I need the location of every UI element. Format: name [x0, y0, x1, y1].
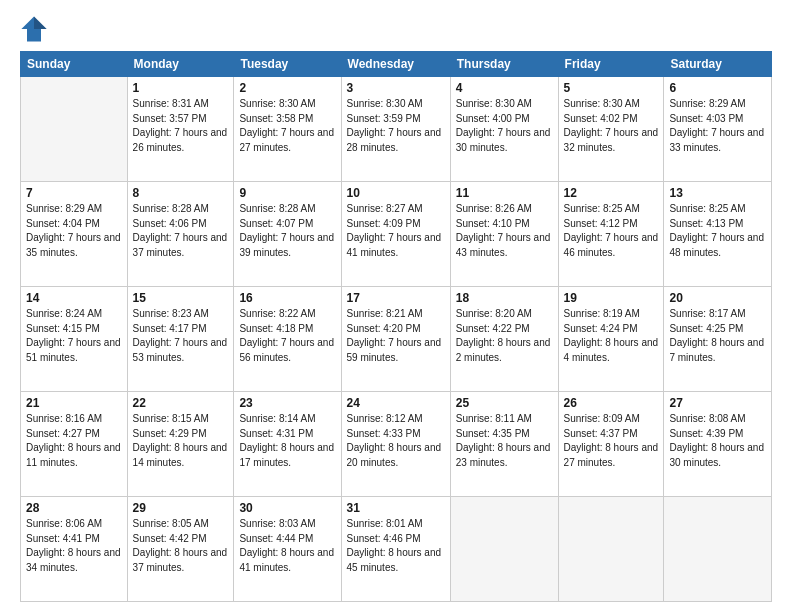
day-number: 5 — [564, 81, 659, 95]
weekday-header: Tuesday — [234, 52, 341, 77]
cell-info: Sunrise: 8:30 AMSunset: 3:59 PMDaylight:… — [347, 97, 445, 155]
calendar-table: SundayMondayTuesdayWednesdayThursdayFrid… — [20, 51, 772, 602]
day-number: 8 — [133, 186, 229, 200]
calendar-cell: 30Sunrise: 8:03 AMSunset: 4:44 PMDayligh… — [234, 497, 341, 602]
calendar-cell — [450, 497, 558, 602]
calendar-cell: 29Sunrise: 8:05 AMSunset: 4:42 PMDayligh… — [127, 497, 234, 602]
calendar-header-row: SundayMondayTuesdayWednesdayThursdayFrid… — [21, 52, 772, 77]
day-number: 22 — [133, 396, 229, 410]
cell-info: Sunrise: 8:14 AMSunset: 4:31 PMDaylight:… — [239, 412, 335, 470]
cell-info: Sunrise: 8:19 AMSunset: 4:24 PMDaylight:… — [564, 307, 659, 365]
day-number: 7 — [26, 186, 122, 200]
calendar-cell: 19Sunrise: 8:19 AMSunset: 4:24 PMDayligh… — [558, 287, 664, 392]
day-number: 4 — [456, 81, 553, 95]
logo — [20, 15, 52, 43]
calendar-cell: 31Sunrise: 8:01 AMSunset: 4:46 PMDayligh… — [341, 497, 450, 602]
weekday-header: Wednesday — [341, 52, 450, 77]
weekday-header: Thursday — [450, 52, 558, 77]
calendar-cell: 7Sunrise: 8:29 AMSunset: 4:04 PMDaylight… — [21, 182, 128, 287]
calendar-cell: 22Sunrise: 8:15 AMSunset: 4:29 PMDayligh… — [127, 392, 234, 497]
cell-info: Sunrise: 8:30 AMSunset: 4:02 PMDaylight:… — [564, 97, 659, 155]
day-number: 12 — [564, 186, 659, 200]
day-number: 25 — [456, 396, 553, 410]
calendar-cell: 21Sunrise: 8:16 AMSunset: 4:27 PMDayligh… — [21, 392, 128, 497]
calendar-cell: 13Sunrise: 8:25 AMSunset: 4:13 PMDayligh… — [664, 182, 772, 287]
day-number: 20 — [669, 291, 766, 305]
calendar-cell: 18Sunrise: 8:20 AMSunset: 4:22 PMDayligh… — [450, 287, 558, 392]
logo-icon — [20, 15, 48, 43]
calendar-cell: 20Sunrise: 8:17 AMSunset: 4:25 PMDayligh… — [664, 287, 772, 392]
cell-info: Sunrise: 8:09 AMSunset: 4:37 PMDaylight:… — [564, 412, 659, 470]
calendar-cell: 12Sunrise: 8:25 AMSunset: 4:12 PMDayligh… — [558, 182, 664, 287]
cell-info: Sunrise: 8:22 AMSunset: 4:18 PMDaylight:… — [239, 307, 335, 365]
day-number: 10 — [347, 186, 445, 200]
cell-info: Sunrise: 8:31 AMSunset: 3:57 PMDaylight:… — [133, 97, 229, 155]
day-number: 2 — [239, 81, 335, 95]
day-number: 29 — [133, 501, 229, 515]
weekday-header: Monday — [127, 52, 234, 77]
cell-info: Sunrise: 8:12 AMSunset: 4:33 PMDaylight:… — [347, 412, 445, 470]
calendar-cell: 8Sunrise: 8:28 AMSunset: 4:06 PMDaylight… — [127, 182, 234, 287]
day-number: 26 — [564, 396, 659, 410]
cell-info: Sunrise: 8:15 AMSunset: 4:29 PMDaylight:… — [133, 412, 229, 470]
cell-info: Sunrise: 8:29 AMSunset: 4:03 PMDaylight:… — [669, 97, 766, 155]
calendar-cell: 26Sunrise: 8:09 AMSunset: 4:37 PMDayligh… — [558, 392, 664, 497]
day-number: 27 — [669, 396, 766, 410]
calendar-cell: 3Sunrise: 8:30 AMSunset: 3:59 PMDaylight… — [341, 77, 450, 182]
day-number: 13 — [669, 186, 766, 200]
calendar-week-row: 28Sunrise: 8:06 AMSunset: 4:41 PMDayligh… — [21, 497, 772, 602]
calendar-cell: 1Sunrise: 8:31 AMSunset: 3:57 PMDaylight… — [127, 77, 234, 182]
weekday-header: Friday — [558, 52, 664, 77]
cell-info: Sunrise: 8:30 AMSunset: 4:00 PMDaylight:… — [456, 97, 553, 155]
cell-info: Sunrise: 8:28 AMSunset: 4:07 PMDaylight:… — [239, 202, 335, 260]
calendar-week-row: 14Sunrise: 8:24 AMSunset: 4:15 PMDayligh… — [21, 287, 772, 392]
calendar-week-row: 1Sunrise: 8:31 AMSunset: 3:57 PMDaylight… — [21, 77, 772, 182]
cell-info: Sunrise: 8:20 AMSunset: 4:22 PMDaylight:… — [456, 307, 553, 365]
cell-info: Sunrise: 8:26 AMSunset: 4:10 PMDaylight:… — [456, 202, 553, 260]
cell-info: Sunrise: 8:06 AMSunset: 4:41 PMDaylight:… — [26, 517, 122, 575]
page: SundayMondayTuesdayWednesdayThursdayFrid… — [0, 0, 792, 612]
calendar-cell: 27Sunrise: 8:08 AMSunset: 4:39 PMDayligh… — [664, 392, 772, 497]
day-number: 30 — [239, 501, 335, 515]
cell-info: Sunrise: 8:08 AMSunset: 4:39 PMDaylight:… — [669, 412, 766, 470]
calendar-week-row: 7Sunrise: 8:29 AMSunset: 4:04 PMDaylight… — [21, 182, 772, 287]
calendar-cell: 25Sunrise: 8:11 AMSunset: 4:35 PMDayligh… — [450, 392, 558, 497]
day-number: 9 — [239, 186, 335, 200]
calendar-cell — [558, 497, 664, 602]
day-number: 24 — [347, 396, 445, 410]
svg-marker-1 — [34, 16, 47, 29]
cell-info: Sunrise: 8:30 AMSunset: 3:58 PMDaylight:… — [239, 97, 335, 155]
day-number: 21 — [26, 396, 122, 410]
cell-info: Sunrise: 8:11 AMSunset: 4:35 PMDaylight:… — [456, 412, 553, 470]
cell-info: Sunrise: 8:21 AMSunset: 4:20 PMDaylight:… — [347, 307, 445, 365]
calendar-cell: 6Sunrise: 8:29 AMSunset: 4:03 PMDaylight… — [664, 77, 772, 182]
cell-info: Sunrise: 8:05 AMSunset: 4:42 PMDaylight:… — [133, 517, 229, 575]
day-number: 6 — [669, 81, 766, 95]
day-number: 15 — [133, 291, 229, 305]
calendar-cell: 24Sunrise: 8:12 AMSunset: 4:33 PMDayligh… — [341, 392, 450, 497]
calendar-cell: 5Sunrise: 8:30 AMSunset: 4:02 PMDaylight… — [558, 77, 664, 182]
header — [20, 15, 772, 43]
calendar-cell: 4Sunrise: 8:30 AMSunset: 4:00 PMDaylight… — [450, 77, 558, 182]
cell-info: Sunrise: 8:25 AMSunset: 4:13 PMDaylight:… — [669, 202, 766, 260]
calendar-cell: 28Sunrise: 8:06 AMSunset: 4:41 PMDayligh… — [21, 497, 128, 602]
calendar-week-row: 21Sunrise: 8:16 AMSunset: 4:27 PMDayligh… — [21, 392, 772, 497]
day-number: 1 — [133, 81, 229, 95]
calendar-cell: 23Sunrise: 8:14 AMSunset: 4:31 PMDayligh… — [234, 392, 341, 497]
cell-info: Sunrise: 8:27 AMSunset: 4:09 PMDaylight:… — [347, 202, 445, 260]
day-number: 11 — [456, 186, 553, 200]
calendar-cell: 14Sunrise: 8:24 AMSunset: 4:15 PMDayligh… — [21, 287, 128, 392]
calendar-cell — [21, 77, 128, 182]
day-number: 3 — [347, 81, 445, 95]
cell-info: Sunrise: 8:24 AMSunset: 4:15 PMDaylight:… — [26, 307, 122, 365]
day-number: 19 — [564, 291, 659, 305]
day-number: 23 — [239, 396, 335, 410]
calendar-cell: 17Sunrise: 8:21 AMSunset: 4:20 PMDayligh… — [341, 287, 450, 392]
calendar-cell: 10Sunrise: 8:27 AMSunset: 4:09 PMDayligh… — [341, 182, 450, 287]
calendar-cell: 11Sunrise: 8:26 AMSunset: 4:10 PMDayligh… — [450, 182, 558, 287]
day-number: 17 — [347, 291, 445, 305]
cell-info: Sunrise: 8:23 AMSunset: 4:17 PMDaylight:… — [133, 307, 229, 365]
cell-info: Sunrise: 8:28 AMSunset: 4:06 PMDaylight:… — [133, 202, 229, 260]
day-number: 28 — [26, 501, 122, 515]
day-number: 31 — [347, 501, 445, 515]
